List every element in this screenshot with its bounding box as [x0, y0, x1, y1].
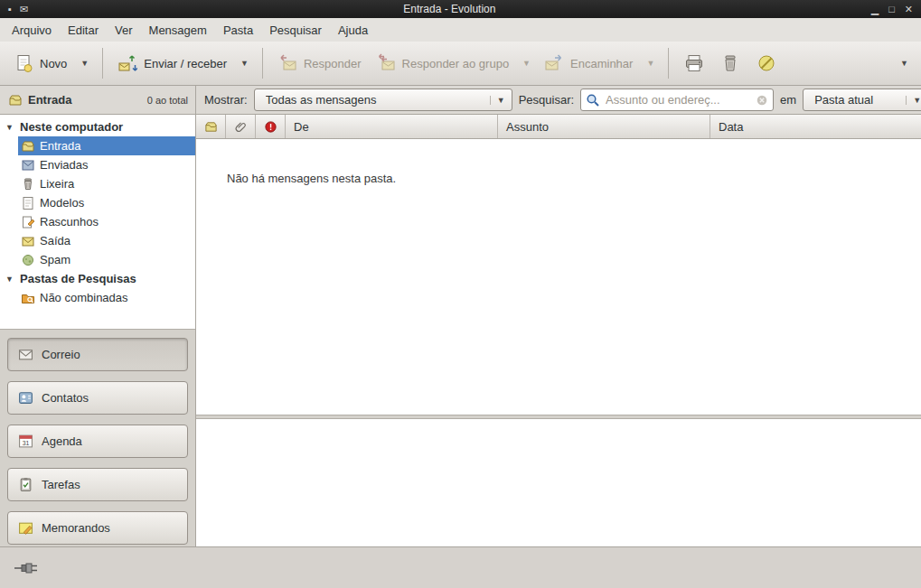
folder-saida[interactable]: Saída: [18, 231, 195, 250]
column-priority[interactable]: [256, 115, 286, 138]
menu-ver[interactable]: Ver: [107, 20, 141, 41]
column-read-status[interactable]: [196, 115, 226, 138]
folder-modelos[interactable]: Modelos: [18, 193, 195, 212]
menu-arquivo[interactable]: Arquivo: [4, 20, 60, 41]
menu-ajuda[interactable]: Ajuda: [330, 20, 376, 41]
group-pastas-de-pesquisas[interactable]: ▼ Pastas de Pesquisas: [0, 269, 195, 288]
reply-icon: [277, 53, 297, 73]
drafts-icon: [20, 215, 35, 229]
send-receive-dropdown-button[interactable]: ▼: [234, 51, 255, 75]
junk-folder-icon: [20, 253, 35, 267]
folder-label: Saída: [40, 234, 70, 247]
folder-spam[interactable]: Spam: [18, 250, 195, 269]
minimize-button[interactable]: ▁: [871, 4, 879, 15]
online-status-button[interactable]: [10, 558, 48, 578]
outbox-icon: [20, 234, 35, 248]
column-data[interactable]: Data: [710, 115, 921, 138]
reply-all-dropdown-button[interactable]: ▼: [516, 51, 537, 75]
switcher-correio[interactable]: Correio: [7, 338, 188, 371]
toolbar-overflow-button[interactable]: ▼: [894, 51, 915, 75]
menu-mensagem[interactable]: Mensagem: [141, 20, 215, 41]
search-input[interactable]: [604, 92, 752, 107]
switcher-agenda[interactable]: 31 Agenda: [7, 425, 188, 458]
group-label: Pastas de Pesquisas: [20, 272, 136, 285]
folder-lixeira[interactable]: Lixeira: [18, 174, 195, 193]
chevron-down-icon: ▼: [906, 96, 921, 105]
sidebar: ▼ Neste computador Entrada Enviadas Lixe…: [0, 115, 196, 546]
titlebar: ▪ ✉ Entrada - Evolution ▁ □ ✕: [0, 0, 921, 18]
folder-nao-combinadas[interactable]: Não combinadas: [18, 288, 195, 307]
folder-rascunhos[interactable]: Rascunhos: [18, 212, 195, 231]
print-icon: [684, 53, 704, 73]
switcher-label: Correio: [42, 348, 80, 361]
trash-folder-icon: [20, 177, 35, 191]
folder-enviadas[interactable]: Enviadas: [18, 155, 195, 174]
print-button[interactable]: [676, 46, 712, 80]
search-icon[interactable]: [586, 93, 600, 107]
clear-search-icon[interactable]: [756, 94, 768, 107]
new-dropdown-button[interactable]: ▼: [74, 51, 95, 75]
chevron-down-icon: ▼: [490, 96, 505, 105]
search-entry[interactable]: [580, 89, 774, 111]
titlebar-left: ▪ ✉: [0, 4, 36, 15]
switcher-tarefas[interactable]: Tarefas: [7, 468, 188, 501]
group-neste-computador[interactable]: ▼ Neste computador: [0, 117, 195, 136]
sent-icon: [20, 158, 35, 173]
junk-icon: [757, 53, 776, 73]
close-button[interactable]: ✕: [905, 4, 913, 15]
show-label: Mostrar:: [204, 93, 248, 107]
column-assunto[interactable]: Assunto: [498, 115, 710, 138]
switcher-memorandos[interactable]: Memorandos: [7, 511, 188, 545]
junk-button[interactable]: [748, 46, 785, 80]
empty-folder-text: Não há mensagens nesta pasta.: [227, 172, 396, 185]
toolbar-separator: [668, 48, 669, 79]
window-menu-icon[interactable]: ▪: [8, 4, 12, 14]
send-receive-button[interactable]: Enviar / receber: [110, 46, 234, 80]
forward-button[interactable]: Encaminhar: [537, 46, 640, 80]
switcher-contatos[interactable]: Contatos: [7, 381, 188, 415]
window-title: Entrada - Evolution: [36, 3, 863, 15]
window-body: ▼ Neste computador Entrada Enviadas Lixe…: [0, 115, 921, 546]
new-message-icon: [14, 53, 33, 73]
folder-entrada[interactable]: Entrada: [18, 136, 195, 155]
folder-label: Não combinadas: [40, 291, 128, 304]
menu-editar[interactable]: Editar: [60, 20, 107, 41]
folder-label: Lixeira: [40, 177, 74, 191]
view-switcher: Correio Contatos 31 Agenda Tarefas Memor…: [0, 329, 195, 553]
contacts-icon: [18, 390, 33, 406]
toolbar-separator: [262, 48, 263, 79]
message-list-pane: De Assunto Data Não há mensagens nesta p…: [196, 115, 921, 546]
search-scope-combo[interactable]: Pasta atual ▼: [803, 89, 921, 111]
delete-button[interactable]: [712, 46, 748, 80]
folder-header: Entrada 0 ao total: [0, 86, 196, 114]
column-assunto-label: Assunto: [506, 120, 549, 134]
new-button-label: Novo: [40, 57, 67, 70]
expander-icon[interactable]: ▼: [5, 123, 15, 132]
reply-all-button[interactable]: Responder ao grupo: [369, 46, 517, 80]
folder-label: Enviadas: [40, 158, 88, 172]
new-button[interactable]: Novo: [6, 46, 74, 80]
show-filter-combo[interactable]: Todas as mensagens ▼: [254, 89, 512, 111]
maximize-button[interactable]: □: [888, 4, 895, 14]
expander-icon[interactable]: ▼: [5, 275, 15, 284]
forward-dropdown-button[interactable]: ▼: [640, 51, 661, 75]
message-list-header: De Assunto Data: [196, 115, 921, 139]
folder-label: Spam: [40, 253, 70, 266]
toolbar: Novo ▼ Enviar / receber ▼ Responder Resp…: [0, 42, 921, 86]
folder-tree: ▼ Neste computador Entrada Enviadas Lixe…: [0, 115, 195, 329]
folder-label: Modelos: [40, 196, 84, 210]
column-attachment[interactable]: [226, 115, 256, 138]
reply-button[interactable]: Responder: [270, 46, 369, 80]
switcher-label: Tarefas: [42, 478, 80, 491]
evolution-window: ▪ ✉ Entrada - Evolution ▁ □ ✕ Arquivo Ed…: [0, 0, 921, 588]
menu-pesquisar[interactable]: Pesquisar: [261, 20, 330, 41]
column-de[interactable]: De: [286, 115, 498, 138]
switcher-label: Memorandos: [42, 521, 110, 535]
menu-pasta[interactable]: Pasta: [215, 20, 261, 41]
message-list-body: Não há mensagens nesta pasta.: [196, 139, 921, 415]
online-status-plug-icon: [14, 562, 44, 574]
in-label: em: [780, 93, 796, 107]
preview-pane: [196, 419, 921, 546]
switcher-label: Agenda: [42, 434, 82, 448]
folder-message-count: 0 ao total: [147, 95, 188, 106]
